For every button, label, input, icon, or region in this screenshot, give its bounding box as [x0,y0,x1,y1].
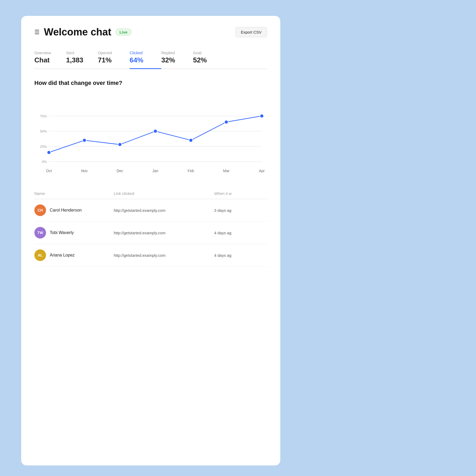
metrics-tabs: Overview Chat Sent 1,383 Opened 71% Clic… [34,47,267,69]
contact-name: Tobi Waverly [50,230,74,235]
link-clicked: http://getstarted.examply.com [114,253,214,258]
avatar: AL [34,249,46,261]
svg-text:Mar: Mar [223,169,230,173]
svg-point-10 [83,139,86,142]
svg-text:25%: 25% [40,145,47,149]
svg-text:Jan: Jan [152,169,158,173]
column-header: Name [34,191,114,196]
svg-point-14 [154,129,157,133]
export-csv-button[interactable]: Export CSV [235,27,267,37]
tab-label-overview: Overview [34,51,51,55]
live-badge: Live [116,29,131,36]
chart-title: How did that change over time? [34,80,267,86]
svg-text:50%: 50% [40,129,47,133]
chart-section: How did that change over time? 0%25%50%7… [34,80,267,177]
when-clicked: 4 days ag [214,231,267,235]
menu-icon[interactable]: ☰ [34,29,40,36]
svg-text:Nov: Nov [81,169,88,173]
tab-opened[interactable]: Opened 71% [98,47,130,68]
tab-value-replied: 32% [161,56,175,64]
table-row[interactable]: CH Carol Henderson http://getstarted.exa… [34,199,267,222]
contact-name: Ariana Lopez [50,253,75,258]
link-clicked: http://getstarted.examply.com [114,231,214,235]
tab-replied[interactable]: Replied 32% [161,47,193,68]
tab-label-clicked: Clicked [130,51,143,55]
tab-sent[interactable]: Sent 1,383 [66,47,98,68]
page-title: Welcome chat [44,26,111,38]
avatar: CH [34,204,46,216]
svg-text:Oct: Oct [46,169,52,173]
tab-clicked[interactable]: Clicked 64% [130,47,161,68]
page-header: ☰ Welcome chat Live Export CSV [34,26,267,38]
tab-label-sent: Sent [66,51,74,55]
contacts-table: NameLink clickedWhen it w CH Carol Hende… [34,188,267,267]
tab-value-goal: 52% [193,56,207,64]
tab-value-clicked: 64% [130,56,143,64]
column-header: When it w [214,191,267,196]
tab-label-opened: Opened [98,51,112,55]
tab-label-goal: Goal [193,51,202,55]
svg-text:0%: 0% [42,160,47,164]
name-cell: AL Ariana Lopez [34,249,114,261]
table-row[interactable]: TW Tobi Waverly http://getstarted.exampl… [34,222,267,244]
tab-value-overview: Chat [34,56,50,64]
svg-text:75%: 75% [40,114,47,118]
column-header: Link clicked [114,191,214,196]
when-clicked: 3 days ag [214,208,267,213]
line-chart: 0%25%50%75%OctNovDecJanFebMarApr [34,93,267,177]
svg-point-8 [47,151,51,154]
tab-value-sent: 1,383 [66,56,83,64]
avatar: TW [34,227,46,239]
tab-overview[interactable]: Overview Chat [34,47,66,68]
svg-text:Feb: Feb [188,169,194,173]
when-clicked: 4 days ag [214,253,267,258]
header-left: ☰ Welcome chat Live [34,26,131,38]
link-clicked: http://getstarted.examply.com [114,208,214,213]
tab-label-replied: Replied [161,51,175,55]
svg-point-16 [189,139,193,142]
table-header: NameLink clickedWhen it w [34,188,267,199]
contact-name: Carol Henderson [50,208,82,213]
svg-point-20 [260,114,264,118]
svg-point-12 [118,143,122,147]
tab-value-opened: 71% [98,56,112,64]
svg-text:Dec: Dec [117,169,123,173]
name-cell: TW Tobi Waverly [34,227,114,239]
table-row[interactable]: AL Ariana Lopez http://getstarted.exampl… [34,244,267,267]
name-cell: CH Carol Henderson [34,204,114,216]
tab-goal[interactable]: Goal 52% [193,47,225,68]
main-card: ☰ Welcome chat Live Export CSV Overview … [21,16,280,465]
svg-text:Apr: Apr [259,169,265,173]
svg-point-18 [225,120,228,124]
